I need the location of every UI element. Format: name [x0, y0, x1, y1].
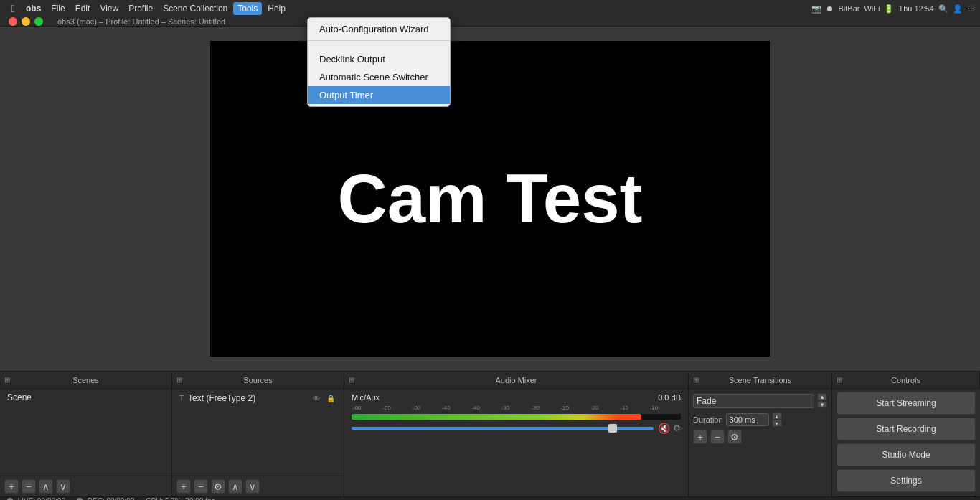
menubar-record-icon: ⏺	[826, 4, 834, 13]
transition-down-arrow[interactable]: ▼	[817, 401, 827, 408]
menubar-app[interactable]: obs	[22, 2, 45, 15]
preview-canvas: Cam Test	[210, 41, 770, 357]
audio-channel-name: Mic/Aux	[352, 393, 380, 402]
scenes-header-label: Scenes	[72, 376, 99, 385]
duration-up-arrow[interactable]: ▲	[772, 412, 782, 420]
scene-add-button[interactable]: +	[4, 479, 19, 494]
audio-channel-mic: Mic/Aux 0.0 dB -60 -55 -50 -45 -40 -35 -…	[344, 389, 688, 438]
window-title: obs3 (mac) – Profile: Untitled – Scenes:…	[57, 17, 225, 26]
menubar-search-icon[interactable]: 🔍	[938, 4, 948, 14]
menubar-edit[interactable]: Edit	[71, 2, 95, 15]
menu-start-virtual-camera[interactable]: Output Timer	[308, 86, 450, 104]
controls-panel: Start Streaming Start Recording Studio M…	[832, 389, 980, 496]
duration-input[interactable]	[726, 413, 769, 426]
settings-button[interactable]: Settings	[837, 469, 976, 492]
bottom-panel: ⊞ Scenes ⊞ Sources ⊞ Audio Mixer ⊞ Scene…	[0, 371, 980, 496]
audio-panel: Mic/Aux 0.0 dB -60 -55 -50 -45 -40 -35 -…	[344, 389, 689, 496]
menubar-file[interactable]: File	[47, 2, 69, 15]
source-lock-button[interactable]: 🔒	[325, 392, 336, 404]
start-streaming-button[interactable]: Start Streaming	[837, 392, 976, 415]
source-add-button[interactable]: +	[176, 479, 191, 494]
transition-remove-button[interactable]: −	[710, 430, 725, 444]
scene-item[interactable]: Scene	[0, 389, 171, 406]
panel-header-sources: ⊞ Sources	[172, 372, 344, 388]
cpu-label: CPU: 5.7%, 30.00 fps	[146, 497, 215, 500]
panel-headers: ⊞ Scenes ⊞ Sources ⊞ Audio Mixer ⊞ Scene…	[0, 372, 980, 389]
panel-header-audio: ⊞ Audio Mixer	[344, 372, 689, 388]
transition-arrows: ▲ ▼	[817, 393, 827, 408]
source-label: Text (FreeType 2)	[188, 393, 255, 403]
statusbar: LIVE: 00:00:00 REC: 00:00:00 CPU: 5.7%, …	[0, 496, 980, 500]
menu-output-timer[interactable]: Automatic Scene Switcher	[308, 68, 450, 86]
minimize-button[interactable]	[22, 17, 30, 26]
transitions-header-label: Scene Transitions	[729, 376, 791, 385]
live-indicator: LIVE: 00:00:00	[7, 497, 65, 500]
menubar-help[interactable]: Help	[263, 2, 290, 15]
audio-fader-thumb[interactable]	[608, 424, 617, 433]
audio-meter-bar-outer	[352, 414, 681, 420]
menubar-scene-collection[interactable]: Scene Collection	[159, 2, 232, 15]
panel-header-controls: ⊞ Controls	[832, 372, 980, 388]
panel-header-scenes: ⊞ Scenes	[0, 372, 172, 388]
transition-select[interactable]: Fade Cut Swipe	[693, 394, 814, 408]
source-settings-button[interactable]: ⚙	[211, 479, 225, 494]
panel-content: Scene + − ∧ ∨ T Text (FreeType 2) 👁 🔒	[0, 389, 980, 496]
menubar-tools[interactable]: Tools	[233, 2, 262, 15]
live-label: LIVE: 00:00:00	[18, 497, 65, 500]
preview-text: Cam Test	[337, 159, 642, 238]
menubar-menu-icon[interactable]: ☰	[967, 4, 974, 14]
scene-remove-button[interactable]: −	[22, 479, 36, 494]
sources-footer: + − ⚙ ∧ ∨	[172, 476, 344, 496]
menubar-avatar-icon[interactable]: 👤	[953, 4, 963, 14]
duration-down-arrow[interactable]: ▼	[772, 420, 782, 427]
scenes-panel: Scene + − ∧ ∨	[0, 389, 172, 496]
menubar-camera-icon: 📷	[811, 4, 821, 14]
rec-indicator: REC: 00:00:00	[77, 497, 134, 500]
scene-up-button[interactable]: ∧	[39, 479, 53, 494]
transition-add-button[interactable]: +	[693, 430, 707, 444]
audio-header-label: Audio Mixer	[495, 376, 537, 385]
audio-fader[interactable]	[352, 427, 654, 430]
menu-auto-scene-switcher[interactable]: Decklink Output	[308, 50, 450, 68]
audio-controls: 🔇 ⚙	[658, 423, 681, 434]
apple-icon[interactable]: 	[6, 1, 20, 16]
menu-decklink-output[interactable]	[308, 43, 450, 50]
transition-up-arrow[interactable]: ▲	[817, 393, 827, 400]
audio-mute-button[interactable]: 🔇	[658, 423, 670, 434]
menubar:  obs File Edit View Profile Scene Colle…	[0, 0, 980, 17]
studio-mode-button[interactable]: Studio Mode	[837, 443, 976, 466]
menubar-profile[interactable]: Profile	[124, 2, 157, 15]
tools-dropdown: Auto-Configuration Wizard Decklink Outpu…	[307, 17, 451, 107]
source-remove-button[interactable]: −	[194, 479, 208, 494]
rec-label: REC: 00:00:00	[88, 497, 135, 500]
menubar-wifi-icon: WiFi	[864, 4, 880, 13]
audio-meter-bar-inner	[352, 414, 641, 420]
audio-settings-button[interactable]: ⚙	[673, 423, 681, 433]
start-recording-button[interactable]: Start Recording	[837, 418, 976, 440]
transitions-panel: Fade Cut Swipe ▲ ▼ Duration ▲ ▼	[689, 389, 832, 496]
source-type-icon: T	[179, 395, 184, 402]
source-item[interactable]: T Text (FreeType 2) 👁 🔒	[172, 389, 344, 407]
scene-down-button[interactable]: ∨	[56, 479, 70, 494]
source-up-button[interactable]: ∧	[228, 479, 242, 494]
transitions-panel-icon: ⊞	[693, 376, 699, 384]
transition-add-row: + − ⚙	[693, 430, 827, 444]
menu-auto-config[interactable]: Auto-Configuration Wizard	[308, 20, 450, 38]
source-visibility-button[interactable]: 👁	[311, 392, 322, 404]
titlebar: obs3 (mac) – Profile: Untitled – Scenes:…	[0, 17, 980, 27]
controls-header-label: Controls	[891, 376, 920, 385]
source-actions: 👁 🔒	[311, 392, 336, 404]
audio-meter-scale: -60 -55 -50 -45 -40 -35 -30 -25 -20 -15 …	[352, 405, 681, 411]
transition-footer: Duration ▲ ▼	[693, 412, 827, 427]
menubar-view[interactable]: View	[95, 2, 123, 15]
transition-settings-button[interactable]: ⚙	[727, 430, 742, 444]
source-down-button[interactable]: ∨	[245, 479, 260, 494]
sources-header-label: Sources	[243, 376, 272, 385]
sources-panel: T Text (FreeType 2) 👁 🔒 + − ⚙ ∧ ∨	[172, 389, 344, 496]
scenes-panel-icon: ⊞	[4, 376, 10, 384]
close-button[interactable]	[9, 17, 17, 26]
duration-label: Duration	[693, 415, 723, 424]
audio-channel-db: 0.0 dB	[658, 393, 681, 402]
sources-panel-icon: ⊞	[176, 376, 182, 384]
maximize-button[interactable]	[34, 17, 43, 26]
